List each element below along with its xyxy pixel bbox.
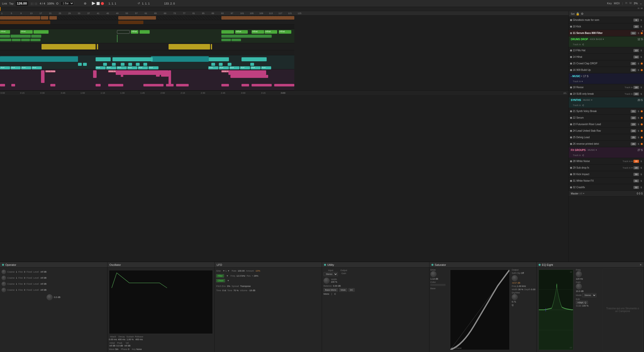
solo-button[interactable]: S bbox=[640, 160, 643, 163]
list-item[interactable] bbox=[140, 30, 150, 34]
solo-button[interactable]: S bbox=[640, 86, 643, 89]
list-item[interactable] bbox=[228, 63, 231, 66]
bpm-display[interactable]: 126.00 bbox=[16, 1, 28, 6]
list-item[interactable]: Aud bbox=[208, 66, 218, 69]
list-item[interactable]: Hihat bbox=[235, 30, 248, 34]
sidebar-item-ghostkick[interactable]: Ghostkick mute for som 6 S bbox=[569, 17, 644, 23]
sidebar-item-18reese[interactable]: 18 Reese Track In 18 S bbox=[569, 84, 644, 91]
dc-button[interactable]: DC bbox=[348, 288, 355, 292]
op3-coarse-knob[interactable] bbox=[2, 282, 6, 286]
solo-button[interactable]: S bbox=[637, 123, 640, 126]
solo-button[interactable]: S bbox=[640, 186, 643, 189]
solo-button[interactable]: S bbox=[641, 99, 643, 102]
solo-button[interactable]: S bbox=[637, 129, 640, 132]
list-item[interactable] bbox=[0, 16, 40, 20]
width-knob[interactable] bbox=[324, 278, 330, 284]
list-item[interactable] bbox=[11, 35, 31, 38]
list-item[interactable] bbox=[0, 84, 5, 86]
list-item[interactable]: Aud bbox=[0, 66, 10, 69]
list-item[interactable]: Aud bbox=[251, 66, 261, 69]
list-item[interactable] bbox=[118, 16, 156, 20]
solo-button[interactable]: S bbox=[640, 56, 643, 59]
bass-mono-button[interactable]: Bass Mono bbox=[324, 288, 338, 292]
list-item[interactable] bbox=[221, 39, 231, 41]
rec-mode[interactable]: O bbox=[56, 2, 59, 5]
list-item[interactable] bbox=[161, 70, 169, 77]
list-item[interactable] bbox=[209, 57, 229, 61]
list-item[interactable] bbox=[121, 63, 125, 66]
list-item[interactable] bbox=[117, 30, 130, 34]
table-row[interactable] bbox=[0, 43, 294, 50]
sidebar-item-19sub[interactable]: 19 SUB only break Track In 19 S bbox=[569, 91, 644, 97]
midi-button[interactable]: MIDI bbox=[614, 2, 620, 5]
list-item[interactable]: Hihat bbox=[252, 30, 264, 34]
metronome-icon[interactable]: ⊕ bbox=[84, 2, 87, 5]
filter-clean-btn[interactable]: Clean bbox=[216, 279, 225, 282]
list-item[interactable]: Aud bbox=[96, 66, 106, 69]
mute-button[interactable]: Mute bbox=[339, 288, 347, 292]
list-item[interactable] bbox=[230, 75, 268, 78]
expand-icon[interactable]: ⌄ bbox=[640, 2, 642, 5]
record-button[interactable] bbox=[101, 2, 104, 5]
list-item[interactable] bbox=[250, 63, 254, 66]
sidebar-item-10kick[interactable]: 10 Kick 10 S bbox=[569, 23, 644, 30]
sidebar-item-fx-groups[interactable]: FX GROUPS - MUSIC ▾ 27 S Track In C bbox=[569, 147, 644, 158]
solo-button[interactable]: S bbox=[641, 192, 643, 195]
solo-button[interactable]: S bbox=[637, 62, 640, 65]
color-slider[interactable] bbox=[430, 284, 446, 286]
time-signature[interactable]: 4 / 4 bbox=[40, 2, 45, 5]
list-item[interactable] bbox=[96, 84, 101, 86]
list-item[interactable]: Aud bbox=[32, 66, 42, 69]
table-row[interactable]: Hihat Hihat Hihat Hihat Hihat Hihat Hiha… bbox=[0, 29, 294, 43]
input-select[interactable]: StereoLeftRight bbox=[324, 272, 338, 276]
sidebar-item-11serum[interactable]: 11 Serum Bass 808 Filter 11 S bbox=[569, 30, 644, 36]
list-item[interactable] bbox=[11, 84, 15, 86]
sidebar-item-21synth[interactable]: 21 Synth Volcy Break 21 S bbox=[569, 108, 644, 115]
list-item[interactable] bbox=[112, 57, 153, 61]
drive-knob[interactable] bbox=[430, 271, 436, 277]
lock-icon[interactable]: 🔒 bbox=[576, 12, 580, 16]
sidebar-item-14hihat[interactable]: 14 Hihat 14 S bbox=[569, 54, 644, 60]
list-item[interactable]: Hihat bbox=[0, 30, 10, 34]
eq-gain-knob[interactable] bbox=[576, 283, 582, 289]
list-item[interactable] bbox=[252, 84, 272, 86]
list-item[interactable] bbox=[169, 70, 171, 85]
table-row[interactable]: White Noise White No... White No... bbox=[0, 69, 294, 90]
sidebar-item-23futura[interactable]: 23 Futuravish Riser Lead 23 S bbox=[569, 121, 644, 128]
solo-button[interactable]: S bbox=[637, 32, 640, 35]
list-item[interactable] bbox=[136, 63, 140, 66]
list-item[interactable]: Aud bbox=[219, 66, 229, 69]
list-item[interactable] bbox=[121, 75, 123, 77]
list-item[interactable]: Aud bbox=[106, 66, 116, 69]
sidebar-item-15crowd[interactable]: 15 Crowd Clap DROP 15 S bbox=[569, 60, 644, 67]
tap-button[interactable]: Tap bbox=[9, 2, 14, 5]
list-item[interactable] bbox=[103, 63, 107, 66]
list-item[interactable]: Aud bbox=[127, 66, 137, 69]
list-item[interactable]: Aud bbox=[148, 66, 158, 69]
adapt-q-button[interactable]: Adapt. Q bbox=[576, 301, 588, 304]
loop-icon[interactable]: ↺ bbox=[138, 2, 140, 5]
sidebar-item-31white[interactable]: 31 White Noise FX 31 S bbox=[569, 178, 644, 184]
list-item[interactable] bbox=[49, 16, 57, 20]
filter-toggle[interactable]: Filter bbox=[216, 274, 224, 278]
solo-button[interactable]: S bbox=[637, 142, 640, 145]
eq-power[interactable] bbox=[539, 264, 541, 266]
solo-button[interactable]: S bbox=[640, 92, 643, 95]
list-item[interactable] bbox=[221, 16, 294, 20]
list-item[interactable] bbox=[128, 63, 132, 66]
settings-icon[interactable]: ⚙ bbox=[581, 12, 584, 16]
eq-drag-hint[interactable]: Trascina qui uno Strumento o un Campione bbox=[602, 269, 643, 351]
list-item[interactable] bbox=[156, 70, 160, 77]
dry-wet-knob[interactable] bbox=[512, 294, 518, 300]
solo-button[interactable]: S bbox=[640, 173, 643, 176]
list-item[interactable] bbox=[231, 39, 241, 41]
sidebar-item-drums-drop[interactable]: DRUMS DROP - KICK BASS ▾ 12 S Track In C bbox=[569, 36, 644, 47]
list-item[interactable] bbox=[93, 70, 97, 78]
sidebar-item-13fills[interactable]: 13 Fills Hat 13 S bbox=[569, 47, 644, 54]
list-item[interactable]: Hihat bbox=[265, 30, 277, 34]
solo-button[interactable]: S bbox=[637, 69, 640, 72]
list-item[interactable] bbox=[143, 84, 164, 86]
list-item[interactable]: Aud bbox=[240, 66, 250, 69]
power-dot[interactable] bbox=[2, 264, 4, 266]
list-item[interactable] bbox=[50, 84, 55, 86]
